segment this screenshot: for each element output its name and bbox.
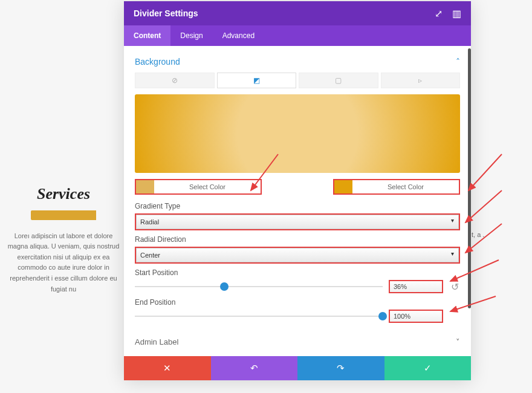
color-swatch-1 (136, 180, 154, 193)
cancel-button[interactable]: ✕ (124, 356, 211, 380)
radial-direction-select[interactable]: Center (136, 248, 459, 262)
select-color-1[interactable]: Select Color (135, 179, 262, 195)
modal-header: Divider Settings ⤢ ▥ (124, 1, 471, 25)
admin-label-text: Admin Label (135, 337, 178, 346)
services-heading: Services (0, 181, 127, 207)
undo-button[interactable]: ↶ (211, 356, 298, 380)
modal-title: Divider Settings (134, 8, 198, 18)
section-admin-label-header[interactable]: Admin Label ˅ (135, 328, 460, 356)
tab-advanced[interactable]: Advanced (213, 25, 264, 46)
right-lorem-fragment: t, a . (472, 230, 532, 241)
chevron-down-icon: ˅ (456, 337, 460, 346)
save-button[interactable]: ✓ (384, 356, 472, 380)
modal-footer: ✕ ↶ ↷ ✓ (124, 356, 471, 380)
select-color-2-label: Select Color (352, 180, 459, 193)
start-position-slider[interactable] (135, 282, 383, 291)
bg-type-color[interactable]: ⊘ (135, 73, 215, 88)
gradient-type-select[interactable]: Radial (136, 215, 459, 229)
end-position-value[interactable]: 100% (389, 310, 443, 323)
radial-direction-select-wrap: Center (135, 247, 460, 264)
tab-content[interactable]: Content (124, 25, 170, 46)
end-position-slider[interactable] (135, 311, 383, 321)
svg-line-1 (469, 154, 502, 190)
bg-type-video[interactable]: ▹ (381, 73, 461, 88)
start-position-label: Start Position (135, 268, 460, 277)
end-position-label: End Position (135, 298, 460, 307)
bg-type-gradient[interactable]: ◩ (217, 73, 297, 88)
gradient-type-label: Gradient Type (135, 202, 460, 210)
divider-settings-modal: Divider Settings ⤢ ▥ Content Design Adva… (124, 1, 471, 380)
background-type-tabs: ⊘ ◩ ▢ ▹ (135, 73, 460, 88)
select-color-1-label: Select Color (154, 180, 261, 193)
svg-line-2 (465, 190, 502, 222)
section-background-header[interactable]: Background ˄ (135, 53, 460, 73)
services-underline (31, 210, 96, 220)
color-swatch-2 (334, 180, 352, 193)
redo-button[interactable]: ↷ (297, 356, 384, 380)
end-position-thumb[interactable] (378, 312, 387, 320)
reset-start-position[interactable]: ↺ (449, 281, 460, 292)
gradient-type-select-wrap: Radial (135, 213, 460, 230)
radial-direction-label: Radial Direction (135, 235, 460, 244)
services-lorem: Loreı adipiscin ut labore et dolore magn… (0, 231, 127, 295)
select-color-2[interactable]: Select Color (333, 179, 460, 195)
chevron-up-icon: ˄ (456, 57, 460, 67)
start-position-value[interactable]: 36% (389, 280, 443, 293)
tab-design[interactable]: Design (170, 25, 212, 46)
scrollbar-thumb[interactable] (468, 48, 471, 308)
start-position-thumb[interactable] (220, 282, 229, 291)
gradient-preview (135, 94, 460, 173)
bg-type-image[interactable]: ▢ (299, 73, 378, 88)
section-background-label: Background (135, 57, 180, 67)
modal-tabs: Content Design Advanced (124, 25, 471, 46)
modal-body: Background ˄ ⊘ ◩ ▢ ▹ Select Color Select… (124, 46, 471, 356)
expand-icon[interactable]: ⤢ (433, 8, 443, 18)
columns-icon[interactable]: ▥ (452, 8, 461, 18)
